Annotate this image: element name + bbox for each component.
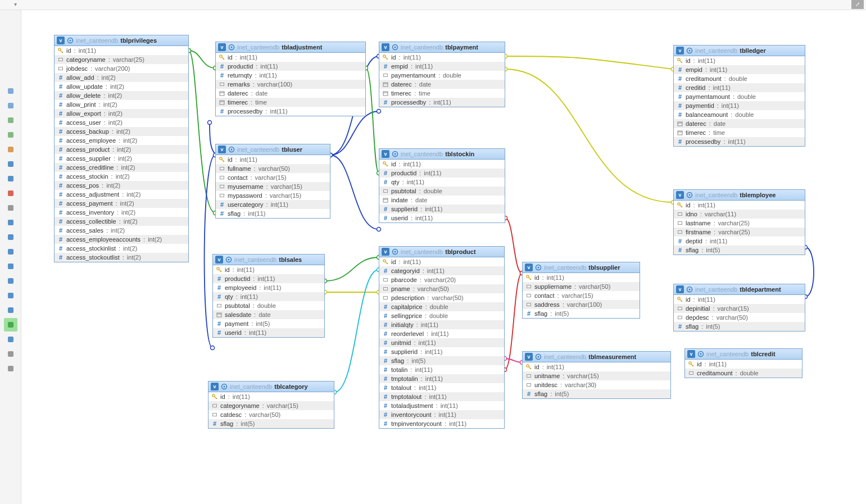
column-row[interactable]: id:int(11) — [674, 201, 805, 210]
column-row[interactable]: #access_pos:int(2) — [55, 181, 188, 190]
column-row[interactable]: depdesc:varchar(50) — [674, 313, 805, 322]
table-tblsupplier[interactable]: v inet_canteendb tblsupplierid:int(11)su… — [522, 262, 640, 319]
column-row[interactable]: #empid:int(11) — [674, 65, 805, 74]
column-row[interactable]: timerec:time — [674, 128, 805, 137]
column-row[interactable]: timerec:time — [216, 98, 365, 107]
help-icon[interactable] — [4, 260, 17, 273]
column-row[interactable]: saddress:varchar(100) — [523, 300, 640, 309]
list-icon[interactable] — [4, 201, 17, 215]
table-header[interactable]: v inet_canteendb tbldepartment — [674, 284, 805, 295]
table-tblprivileges[interactable]: v inet_canteendb tblprivilegesid:int(11)… — [54, 35, 189, 262]
column-row[interactable]: id:int(11) — [216, 53, 365, 62]
column-row[interactable]: #totaladjustment:int(11) — [379, 401, 504, 410]
column-row[interactable]: id:int(11) — [379, 53, 505, 62]
column-row[interactable]: categoryname:varchar(25) — [55, 55, 188, 64]
view-icon[interactable]: v — [211, 383, 219, 391]
column-row[interactable]: lastname:varchar(25) — [674, 219, 805, 228]
column-row[interactable]: daterec:date — [216, 89, 365, 98]
table-tbluser[interactable]: v inet_canteendb tbluserid:int(11)fullna… — [215, 144, 330, 219]
column-row[interactable]: depinitial:varchar(15) — [674, 304, 805, 313]
column-row[interactable]: #userid:int(11) — [379, 214, 505, 223]
column-row[interactable]: creditamount:double — [685, 369, 802, 378]
column-row[interactable]: #processedby:int(11) — [379, 98, 505, 107]
table-header[interactable]: v inet_canteendb tbluser — [216, 144, 330, 155]
gear-icon[interactable] — [697, 351, 704, 357]
view-icon[interactable]: v — [382, 248, 389, 256]
view-icon[interactable]: v — [676, 191, 684, 199]
column-row[interactable]: #reorderlevel:int(11) — [379, 329, 504, 338]
column-row[interactable]: #sellingprice:double — [379, 311, 504, 320]
view-icon[interactable]: v — [218, 43, 226, 51]
view-icon[interactable]: v — [525, 264, 533, 271]
column-row[interactable]: #allow_add:int(2) — [55, 73, 188, 82]
chevrons-down-icon[interactable] — [4, 84, 17, 98]
expand-panel-icon[interactable]: ⤢ — [851, 0, 864, 9]
column-row[interactable]: id:int(11) — [523, 273, 640, 282]
column-row[interactable]: #capitalprice:double — [379, 302, 504, 311]
column-row[interactable]: #productid:int(11) — [379, 169, 505, 178]
column-row[interactable]: #productid:int(11) — [213, 274, 324, 283]
table-header[interactable]: v inet_canteendb tblproduct — [379, 247, 504, 257]
gear-icon[interactable] — [686, 286, 693, 293]
column-row[interactable]: #sflag:int(5) — [379, 356, 504, 365]
column-row[interactable]: #sflag:int(5) — [674, 322, 805, 331]
table-tblstockin[interactable]: v inet_canteendb tblstockinid:int(11)#pr… — [379, 148, 505, 223]
column-row[interactable]: timerec:time — [379, 89, 505, 98]
column-row[interactable]: idno:varchar(11) — [674, 210, 805, 219]
table-header[interactable]: v inet_canteendb tblsales — [213, 255, 324, 265]
gear-icon[interactable] — [535, 353, 542, 360]
page-icon[interactable] — [4, 113, 17, 127]
column-row[interactable]: firstname:varchar(25) — [674, 228, 805, 237]
table-tblmeasurement[interactable]: v inet_canteendb tblmeasurementid:int(11… — [522, 351, 671, 399]
column-row[interactable]: pbarcode:varchar(20) — [379, 275, 504, 284]
table-header[interactable]: v inet_canteendb tblmeasurement — [523, 352, 670, 362]
gear-icon[interactable] — [67, 37, 74, 44]
column-row[interactable]: #payment:int(5) — [213, 319, 324, 328]
column-row[interactable]: salesdate:date — [213, 310, 324, 319]
column-row[interactable]: #paymentamount:double — [674, 92, 805, 101]
column-row[interactable]: #access_stockinlist:int(2) — [55, 244, 188, 253]
table-header[interactable]: v inet_canteendb tblsupplier — [523, 262, 640, 273]
table-tbladjustment[interactable]: v inet_canteendb tbladjustmentid:int(11)… — [215, 42, 366, 116]
column-row[interactable]: #sflag:int(5) — [523, 389, 670, 398]
view-icon[interactable]: v — [218, 146, 226, 153]
column-row[interactable]: #access_payment:int(2) — [55, 199, 188, 208]
view-icon[interactable]: v — [676, 47, 684, 55]
info-icon[interactable] — [4, 245, 17, 258]
column-row[interactable]: #allow_print:int(2) — [55, 100, 188, 109]
column-row[interactable]: #qty:int(11) — [213, 292, 324, 301]
column-row[interactable]: #access_backup:int(2) — [55, 127, 188, 136]
column-row[interactable]: #access_stockin:int(2) — [55, 172, 188, 181]
column-row[interactable]: #sflag:int(5) — [523, 309, 640, 318]
column-row[interactable]: #sflag:int(11) — [216, 209, 330, 218]
download-icon[interactable] — [4, 303, 17, 317]
column-row[interactable]: #deptid:int(11) — [674, 237, 805, 246]
column-row[interactable]: #tmpinventorycount:int(11) — [379, 419, 504, 428]
column-row[interactable]: #qty:int(11) — [379, 178, 505, 187]
table-header[interactable]: v inet_canteendb tblpayment — [379, 42, 505, 53]
column-row[interactable]: id:int(11) — [213, 265, 324, 274]
column-row[interactable]: mypassword:varchar(15) — [216, 191, 330, 200]
table-tblcredit[interactable]: v inet_canteendb tblcreditid:int(11)cred… — [684, 348, 802, 378]
column-row[interactable]: #processedby:int(11) — [216, 107, 365, 116]
gear-icon[interactable] — [228, 44, 235, 51]
column-row[interactable]: #access_adjustment:int(2) — [55, 190, 188, 199]
column-row[interactable]: #access_supplier:int(2) — [55, 154, 188, 163]
column-row[interactable]: #access_creditline:int(2) — [55, 163, 188, 172]
view-icon[interactable]: v — [687, 350, 695, 358]
column-row[interactable]: suppliername:varchar(50) — [523, 282, 640, 291]
gear-icon[interactable] — [392, 151, 398, 157]
table-tblsales[interactable]: v inet_canteendb tblsalesid:int(11)#prod… — [212, 254, 325, 338]
column-row[interactable]: pdescription:varchar(50) — [379, 293, 504, 302]
gear-icon[interactable] — [392, 248, 398, 255]
table-header[interactable]: v inet_canteendb tblprivileges — [55, 35, 188, 46]
column-row[interactable]: #usercategory:int(11) — [216, 200, 330, 209]
column-row[interactable]: #unitmid:int(11) — [379, 338, 504, 347]
column-row[interactable]: #inventorycount:int(11) — [379, 410, 504, 419]
table-tbldepartment[interactable]: v inet_canteendb tbldepartmentid:int(11)… — [673, 284, 805, 332]
gear-icon[interactable] — [228, 146, 235, 153]
column-row[interactable]: #allow_delete:int(2) — [55, 91, 188, 100]
table-header[interactable]: v inet_canteendb tblstockin — [379, 149, 505, 160]
table-header[interactable]: v inet_canteendb tblledger — [674, 46, 805, 56]
view-icon[interactable]: v — [525, 353, 533, 361]
